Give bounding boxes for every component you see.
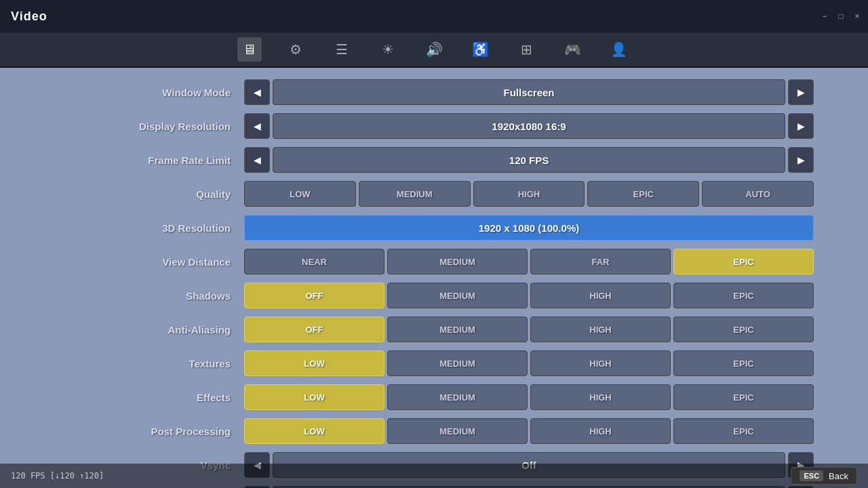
frame-rate-value: 120 FPS: [273, 147, 785, 173]
resolution-3d-controls: 1920 x 1080 (100.0%): [244, 215, 814, 241]
view-distance-row: View Distance NEAR MEDIUM FAR EPIC: [54, 248, 814, 275]
shadows-row: Shadows OFF MEDIUM HIGH EPIC: [54, 282, 814, 309]
shadows-controls: OFF MEDIUM HIGH EPIC: [244, 283, 814, 308]
back-label: Back: [829, 471, 848, 481]
display-resolution-row: Display Resolution ◀ 1920x1080 16:9 ▶: [54, 113, 814, 140]
anti-aliasing-off[interactable]: OFF: [244, 317, 384, 342]
shadows-epic[interactable]: EPIC: [673, 283, 814, 308]
tab-brightness[interactable]: ☀: [376, 37, 400, 62]
post-processing-medium[interactable]: MEDIUM: [387, 418, 528, 444]
tab-controller[interactable]: 🎮: [560, 37, 585, 62]
anti-aliasing-label: Anti-Aliasing: [54, 324, 244, 336]
quality-high[interactable]: HIGH: [473, 181, 585, 207]
window-mode-next[interactable]: ▶: [788, 79, 814, 105]
anti-aliasing-controls: OFF MEDIUM HIGH EPIC: [244, 317, 814, 342]
minimize-btn[interactable]: −: [819, 12, 830, 21]
close-btn[interactable]: ×: [852, 12, 863, 21]
frame-rate-row: Frame Rate Limit ◀ 120 FPS ▶: [54, 146, 814, 174]
tab-network[interactable]: ⊞: [514, 37, 538, 62]
post-processing-epic[interactable]: EPIC: [673, 418, 814, 444]
textures-epic[interactable]: EPIC: [673, 350, 814, 376]
tab-video[interactable]: 🖥: [237, 37, 262, 62]
post-processing-low[interactable]: LOW: [244, 418, 384, 444]
fps-display: 120 FPS [↓120 ↑120]: [11, 471, 104, 481]
effects-label: Effects: [54, 392, 244, 403]
view-distance-far[interactable]: FAR: [530, 249, 671, 274]
view-distance-controls: NEAR MEDIUM FAR EPIC: [244, 249, 814, 274]
anti-aliasing-high[interactable]: HIGH: [530, 317, 671, 342]
quality-low[interactable]: LOW: [244, 181, 356, 207]
post-processing-high[interactable]: HIGH: [530, 418, 671, 444]
shadows-label: Shadows: [54, 290, 244, 302]
effects-controls: LOW MEDIUM HIGH EPIC: [244, 384, 814, 410]
textures-row: Textures LOW MEDIUM HIGH EPIC: [54, 350, 814, 377]
quality-row: Quality LOW MEDIUM HIGH EPIC AUTO: [54, 180, 814, 207]
shadows-medium[interactable]: MEDIUM: [387, 283, 528, 308]
frame-rate-prev[interactable]: ◀: [244, 147, 270, 173]
window-mode-row: Window Mode ◀ Fullscreen ▶: [54, 79, 814, 106]
textures-label: Textures: [54, 358, 244, 369]
post-processing-controls: LOW MEDIUM HIGH EPIC: [244, 418, 814, 444]
quality-auto[interactable]: AUTO: [702, 181, 814, 207]
resolution-3d-label: 3D Resolution: [54, 222, 244, 234]
esc-badge: ESC: [800, 470, 823, 481]
quality-epic[interactable]: EPIC: [587, 181, 699, 207]
view-distance-epic[interactable]: EPIC: [673, 249, 814, 274]
effects-high[interactable]: HIGH: [530, 384, 671, 410]
shadows-high[interactable]: HIGH: [530, 283, 671, 308]
main-content: Window Mode ◀ Fullscreen ▶ Display Resol…: [0, 68, 868, 488]
tab-settings[interactable]: ⚙: [283, 37, 308, 62]
effects-low[interactable]: LOW: [244, 384, 384, 410]
effects-epic[interactable]: EPIC: [673, 384, 814, 410]
frame-rate-next[interactable]: ▶: [788, 147, 814, 173]
view-distance-near[interactable]: NEAR: [244, 249, 384, 274]
post-processing-row: Post Processing LOW MEDIUM HIGH EPIC: [54, 418, 814, 445]
textures-medium[interactable]: MEDIUM: [387, 350, 528, 376]
quality-medium[interactable]: MEDIUM: [359, 181, 471, 207]
window-mode-label: Window Mode: [54, 87, 244, 98]
textures-low[interactable]: LOW: [244, 350, 384, 376]
display-resolution-label: Display Resolution: [54, 121, 244, 132]
window-mode-controls: ◀ Fullscreen ▶: [244, 79, 814, 105]
tab-audio[interactable]: 🔊: [422, 37, 446, 62]
shadows-off[interactable]: OFF: [244, 283, 384, 308]
back-button[interactable]: ESC Back: [791, 467, 857, 485]
effects-row: Effects LOW MEDIUM HIGH EPIC: [54, 384, 814, 411]
display-resolution-controls: ◀ 1920x1080 16:9 ▶: [244, 113, 814, 139]
tab-menu[interactable]: ☰: [330, 37, 354, 62]
anti-aliasing-row: Anti-Aliasing OFF MEDIUM HIGH EPIC: [54, 316, 814, 343]
tab-account[interactable]: 👤: [606, 37, 631, 62]
maximize-btn[interactable]: □: [835, 12, 846, 21]
tab-accessibility[interactable]: ♿: [468, 37, 492, 62]
textures-high[interactable]: HIGH: [530, 350, 671, 376]
post-processing-label: Post Processing: [54, 426, 244, 437]
window-mode-value: Fullscreen: [273, 79, 785, 105]
quality-controls: LOW MEDIUM HIGH EPIC AUTO: [244, 181, 814, 207]
frame-rate-label: Frame Rate Limit: [54, 155, 244, 166]
window-controls: − □ ×: [819, 12, 863, 21]
anti-aliasing-epic[interactable]: EPIC: [673, 317, 814, 342]
effects-medium[interactable]: MEDIUM: [387, 384, 528, 410]
title-bar: Video − □ ×: [0, 0, 868, 33]
display-resolution-next[interactable]: ▶: [788, 113, 814, 139]
textures-controls: LOW MEDIUM HIGH EPIC: [244, 350, 814, 376]
frame-rate-controls: ◀ 120 FPS ▶: [244, 147, 814, 173]
display-resolution-prev[interactable]: ◀: [244, 113, 270, 139]
view-distance-medium[interactable]: MEDIUM: [387, 249, 528, 274]
resolution-3d-value: 1920 x 1080 (100.0%): [244, 215, 814, 241]
quality-label: Quality: [54, 188, 244, 200]
nav-tabs: 🖥 ⚙ ☰ ☀ 🔊 ♿ ⊞ 🎮 👤: [0, 33, 868, 68]
window-mode-prev[interactable]: ◀: [244, 79, 270, 105]
status-bar: 120 FPS [↓120 ↑120] ESC Back: [0, 464, 868, 488]
resolution-3d-row: 3D Resolution 1920 x 1080 (100.0%): [54, 214, 814, 241]
view-distance-label: View Distance: [54, 256, 244, 268]
page-title: Video: [11, 9, 47, 24]
display-resolution-value: 1920x1080 16:9: [273, 113, 785, 139]
anti-aliasing-medium[interactable]: MEDIUM: [387, 317, 528, 342]
